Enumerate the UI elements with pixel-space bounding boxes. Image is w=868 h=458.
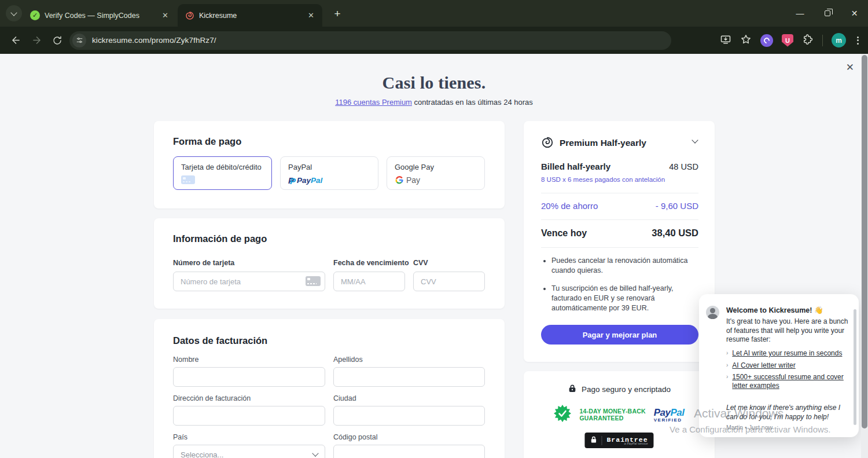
braintree-lock-icon	[590, 435, 597, 446]
new-tab-button[interactable]: +	[330, 6, 345, 21]
social-proof-line: 1196 cuentas Premium contratadas en las …	[0, 98, 868, 107]
expiry-label: Fecha de vencimiento	[333, 259, 409, 267]
chat-message-body: It's great to have you. Here are a bunch…	[726, 317, 851, 345]
tab-close-icon[interactable]: ✕	[306, 10, 317, 21]
payment-option-label: Google Pay	[395, 163, 477, 171]
chat-link-cover-letter[interactable]: AI Cover letter writer	[732, 361, 795, 370]
site-settings-icon[interactable]	[72, 34, 86, 47]
chevron-down-icon	[10, 9, 17, 16]
tab-simplycodes[interactable]: ✓ Verify Codes — SimplyCodes ✕	[23, 4, 176, 27]
chat-closing-message: Let me know if there's anything else I c…	[726, 404, 851, 422]
city-input[interactable]	[333, 406, 485, 426]
address-input[interactable]	[173, 406, 325, 426]
discount-label: 20% de ahorro	[541, 201, 598, 211]
chat-link-examples[interactable]: 1500+ successful resume and cover letter…	[732, 373, 852, 390]
payment-option-label: PayPal	[288, 163, 370, 171]
address-label: Dirección de facturación	[173, 394, 251, 402]
billing-heading: Datos de facturación	[173, 335, 267, 346]
bookmark-star-icon[interactable]	[740, 34, 752, 47]
kickresume-logo-icon	[541, 136, 554, 151]
country-label: País	[173, 433, 187, 441]
discount-row: 20% de ahorro - 9,60 USD	[541, 201, 698, 211]
restore-icon	[825, 10, 830, 16]
chat-feature-links: ›Let AI write your resume in seconds ›AI…	[726, 349, 852, 393]
last-name-label: Apellidos	[333, 356, 363, 364]
payment-option-card[interactable]: Tarjeta de débito/crédito	[173, 156, 272, 190]
billed-value: 48 USD	[669, 162, 698, 171]
install-page-icon[interactable]	[720, 34, 731, 47]
paypal-logo-icon: PP PayPal	[288, 175, 370, 185]
simplycodes-favicon-icon: ✓	[30, 10, 40, 20]
payment-method-heading: Forma de pago	[173, 136, 241, 147]
city-label: Ciudad	[333, 394, 356, 402]
divider	[541, 219, 698, 220]
first-name-input[interactable]	[173, 367, 325, 387]
tab-close-icon[interactable]: ✕	[160, 10, 171, 21]
premium-accounts-link[interactable]: 1196 cuentas Premium	[335, 98, 412, 107]
plan-note: Puedes cancelar la renovación automática…	[551, 256, 700, 276]
toolbar-right-icons: U m	[720, 27, 861, 54]
country-select[interactable]: Selecciona...	[173, 445, 325, 458]
window-minimize-button[interactable]: —	[786, 0, 814, 27]
profile-avatar[interactable]: m	[832, 33, 846, 47]
page-scrollbar[interactable]	[861, 54, 868, 458]
url-text: kickresume.com/promo/Zyk7fhRz7/	[92, 36, 216, 45]
page-title: Casi lo tienes.	[0, 73, 868, 93]
plan-notes: Puedes cancelar la renovación automática…	[551, 256, 700, 321]
due-label: Vence hoy	[541, 228, 587, 239]
secure-payment-label: Pago seguro y encriptado	[582, 385, 671, 394]
payment-option-googlepay[interactable]: Google Pay Pay	[387, 156, 485, 190]
window-restore-button[interactable]	[814, 0, 841, 27]
moneyback-text: 14-DAY MONEY-BACK GUARANTEED	[579, 408, 645, 422]
divider	[541, 193, 698, 193]
due-value: 38,40 USD	[652, 228, 698, 239]
extensions-puzzle-icon[interactable]	[802, 34, 814, 47]
plan-collapse-chevron-icon[interactable]	[692, 137, 698, 143]
postal-input[interactable]	[333, 445, 485, 458]
payment-option-paypal[interactable]: PayPal PP PayPal	[280, 156, 378, 190]
cvv-input[interactable]	[413, 272, 485, 291]
page-scrollbar-thumb[interactable]	[862, 55, 867, 428]
billed-label: Billed half-yearly	[541, 162, 610, 171]
divider	[541, 247, 698, 248]
card-number-input[interactable]	[173, 272, 325, 291]
last-name-input[interactable]	[333, 367, 485, 387]
forward-button[interactable]	[28, 32, 45, 49]
tab-search-button[interactable]	[6, 5, 22, 21]
card-number-label: Número de tarjeta	[173, 259, 234, 267]
reload-button[interactable]	[49, 32, 66, 49]
window-close-button[interactable]: ✕	[841, 0, 868, 27]
billed-row: Billed half-yearly 48 USD	[541, 162, 698, 171]
discount-value: - 9,60 USD	[656, 201, 698, 211]
payment-info-card: Información de pago Número de tarjeta Fe…	[154, 218, 505, 309]
browser-tab-strip: ✓ Verify Codes — SimplyCodes ✕ Kickresum…	[0, 0, 868, 27]
paypal-verified-logo: PayPal VERIFIED	[654, 407, 685, 423]
url-bar[interactable]: kickresume.com/promo/Zyk7fhRz7/	[69, 31, 671, 50]
bullet-arrow-icon: ›	[726, 373, 728, 390]
chat-link-ai-resume[interactable]: Let AI write your resume in seconds	[732, 349, 842, 358]
order-summary-card: Premium Half-yearly Billed half-yearly 4…	[524, 121, 715, 362]
chat-scrollbar[interactable]	[854, 309, 856, 425]
payment-info-heading: Información de pago	[173, 233, 267, 244]
plan-note: Tu suscripción es de billed half-yearly,…	[551, 284, 700, 313]
chat-sender-meta: Martin • Just now	[726, 424, 773, 431]
simplycodes-extension-icon[interactable]	[760, 34, 773, 47]
expiry-input[interactable]	[333, 272, 405, 291]
pay-button[interactable]: Pagar y mejorar plan	[541, 325, 698, 345]
chrome-menu-icon[interactable]	[855, 34, 861, 47]
cvv-label: CVV	[413, 259, 428, 267]
chat-title: Welcome to Kickresume! 👋	[726, 306, 823, 314]
bullet-arrow-icon: ›	[726, 361, 728, 370]
bullet-arrow-icon: ›	[726, 349, 728, 358]
first-name-label: Nombre	[173, 356, 198, 364]
tab-kickresume[interactable]: Kickresume ✕	[178, 4, 322, 27]
browser-toolbar: kickresume.com/promo/Zyk7fhRz7/ U m	[0, 27, 868, 54]
moneyback-seal-icon	[554, 405, 571, 424]
payment-method-card: Forma de pago Tarjeta de débito/crédito …	[154, 121, 505, 208]
billed-note: 8 USD x 6 meses pagados con antelación	[541, 176, 665, 183]
window-controls: — ✕	[786, 0, 868, 27]
shield-extension-icon[interactable]: U	[782, 34, 793, 47]
close-checkout-icon[interactable]: ✕	[846, 63, 854, 72]
payment-option-label: Tarjeta de débito/crédito	[181, 163, 264, 171]
back-button[interactable]	[7, 32, 24, 49]
